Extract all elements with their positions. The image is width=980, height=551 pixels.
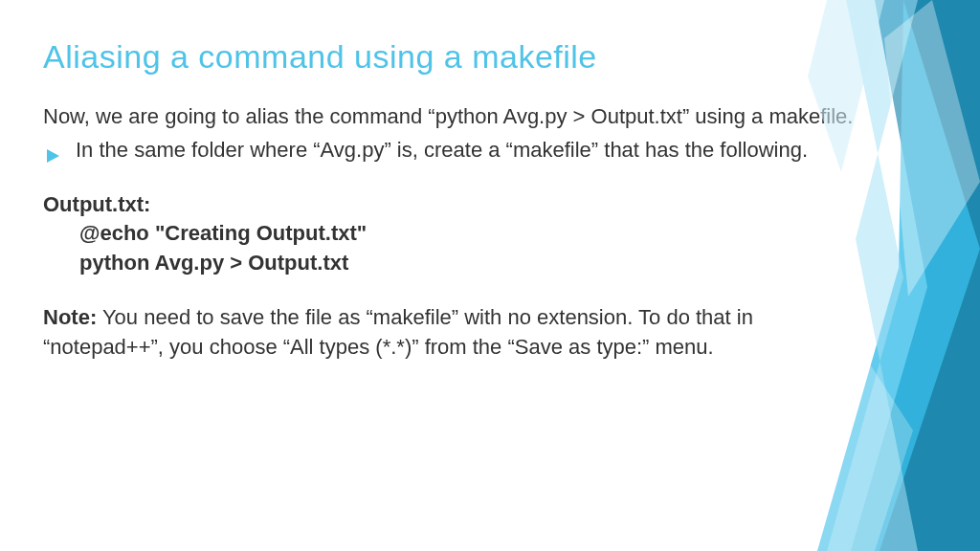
note-label: Note: [43,305,97,329]
slide: Aliasing a command using a makefile Now,… [0,0,980,551]
code-line-2: @echo "Creating Output.txt" [43,219,876,249]
slide-title: Aliasing a command using a makefile [43,38,932,76]
svg-marker-0 [47,149,59,163]
code-block: Output.txt: @echo "Creating Output.txt" … [43,190,876,278]
note-paragraph: Note: You need to save the file as “make… [43,303,876,363]
code-line-1: Output.txt: [43,190,876,220]
bullet-item: In the same folder where “Avg.py” is, cr… [43,136,876,165]
bullet-text: In the same folder where “Avg.py” is, cr… [76,136,876,165]
code-line-3: python Avg.py > Output.txt [43,249,876,278]
intro-paragraph: Now, we are going to alias the command “… [43,102,876,132]
note-text: You need to save the file as “makefile” … [43,305,753,359]
triangle-bullet-icon [45,143,60,158]
